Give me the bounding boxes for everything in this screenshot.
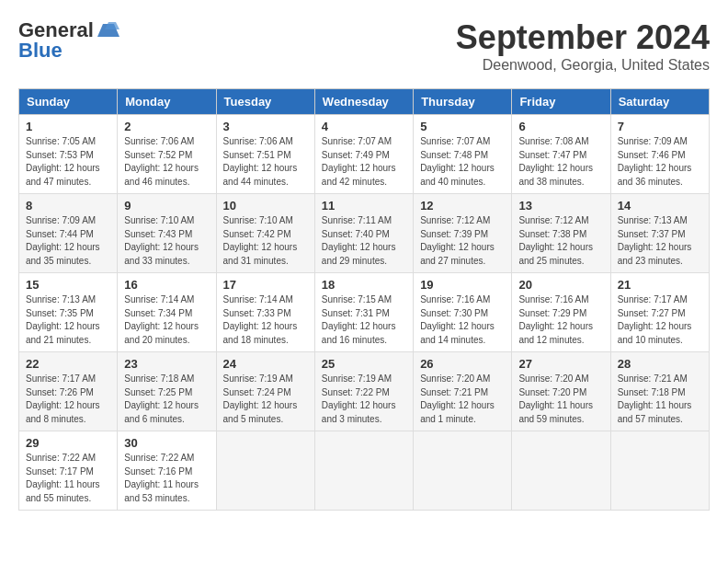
day-number: 17 <box>223 278 308 292</box>
day-info: Sunrise: 7:08 AMSunset: 7:47 PMDaylight:… <box>518 135 603 189</box>
calendar-cell: 22Sunrise: 7:17 AMSunset: 7:26 PMDayligh… <box>19 352 118 431</box>
calendar-cell: 28Sunrise: 7:21 AMSunset: 7:18 PMDayligh… <box>610 352 709 431</box>
header: General Blue September 2024 Deenwood, Ge… <box>18 18 710 74</box>
day-number: 9 <box>124 199 209 213</box>
day-info: Sunrise: 7:14 AMSunset: 7:34 PMDaylight:… <box>124 293 209 347</box>
calendar-cell: 7Sunrise: 7:09 AMSunset: 7:46 PMDaylight… <box>610 115 709 194</box>
day-info: Sunrise: 7:17 AMSunset: 7:27 PMDaylight:… <box>618 293 702 347</box>
day-info: Sunrise: 7:19 AMSunset: 7:22 PMDaylight:… <box>322 373 406 426</box>
day-number: 29 <box>26 436 110 450</box>
col-header-saturday: Saturday <box>610 89 709 115</box>
day-info: Sunrise: 7:12 AMSunset: 7:39 PMDaylight:… <box>420 214 505 268</box>
day-number: 24 <box>223 357 308 371</box>
day-number: 14 <box>618 199 702 213</box>
day-info: Sunrise: 7:07 AMSunset: 7:48 PMDaylight:… <box>420 135 505 189</box>
day-info: Sunrise: 7:09 AMSunset: 7:44 PMDaylight:… <box>26 214 110 268</box>
day-info: Sunrise: 7:19 AMSunset: 7:24 PMDaylight:… <box>223 373 308 426</box>
day-info: Sunrise: 7:18 AMSunset: 7:25 PMDaylight:… <box>124 373 209 426</box>
calendar-cell: 25Sunrise: 7:19 AMSunset: 7:22 PMDayligh… <box>314 352 413 431</box>
day-info: Sunrise: 7:16 AMSunset: 7:29 PMDaylight:… <box>518 293 603 347</box>
col-header-tuesday: Tuesday <box>216 89 314 115</box>
calendar-week-row: 15Sunrise: 7:13 AMSunset: 7:35 PMDayligh… <box>19 273 710 352</box>
calendar-cell <box>216 431 314 511</box>
calendar-cell: 30Sunrise: 7:22 AMSunset: 7:16 PMDayligh… <box>118 431 216 511</box>
day-number: 5 <box>420 120 505 133</box>
day-number: 10 <box>223 199 308 213</box>
day-info: Sunrise: 7:22 AMSunset: 7:16 PMDaylight:… <box>124 452 209 505</box>
day-info: Sunrise: 7:21 AMSunset: 7:18 PMDaylight:… <box>618 373 702 426</box>
day-number: 28 <box>618 357 702 371</box>
calendar-cell <box>512 431 610 511</box>
location-title: Deenwood, Georgia, United States <box>456 57 710 74</box>
logo-icon <box>96 20 121 40</box>
day-info: Sunrise: 7:12 AMSunset: 7:38 PMDaylight:… <box>518 214 603 268</box>
calendar-cell: 19Sunrise: 7:16 AMSunset: 7:30 PMDayligh… <box>414 273 512 352</box>
calendar-cell: 14Sunrise: 7:13 AMSunset: 7:37 PMDayligh… <box>610 194 709 273</box>
day-number: 16 <box>124 278 209 292</box>
col-header-wednesday: Wednesday <box>314 89 413 115</box>
calendar-cell: 15Sunrise: 7:13 AMSunset: 7:35 PMDayligh… <box>19 273 118 352</box>
calendar-cell: 21Sunrise: 7:17 AMSunset: 7:27 PMDayligh… <box>610 273 709 352</box>
day-number: 11 <box>322 199 406 213</box>
day-number: 4 <box>322 120 406 133</box>
calendar-cell: 10Sunrise: 7:10 AMSunset: 7:42 PMDayligh… <box>216 194 314 273</box>
month-title: September 2024 <box>456 18 710 57</box>
day-number: 12 <box>420 199 505 213</box>
logo-blue: Blue <box>18 39 63 63</box>
day-info: Sunrise: 7:10 AMSunset: 7:43 PMDaylight:… <box>124 214 209 268</box>
day-number: 20 <box>518 278 603 292</box>
day-number: 3 <box>223 120 308 133</box>
calendar-cell: 20Sunrise: 7:16 AMSunset: 7:29 PMDayligh… <box>512 273 610 352</box>
day-number: 7 <box>618 120 702 133</box>
day-info: Sunrise: 7:17 AMSunset: 7:26 PMDaylight:… <box>26 373 110 426</box>
day-number: 1 <box>26 120 110 133</box>
day-number: 6 <box>518 120 603 133</box>
day-info: Sunrise: 7:05 AMSunset: 7:53 PMDaylight:… <box>26 135 110 189</box>
calendar-cell: 1Sunrise: 7:05 AMSunset: 7:53 PMDaylight… <box>19 115 118 194</box>
col-header-thursday: Thursday <box>414 89 512 115</box>
calendar-week-row: 8Sunrise: 7:09 AMSunset: 7:44 PMDaylight… <box>19 194 710 273</box>
day-number: 19 <box>420 278 505 292</box>
calendar-cell: 11Sunrise: 7:11 AMSunset: 7:40 PMDayligh… <box>314 194 413 273</box>
day-info: Sunrise: 7:16 AMSunset: 7:30 PMDaylight:… <box>420 293 505 347</box>
day-number: 21 <box>618 278 702 292</box>
day-number: 13 <box>518 199 603 213</box>
day-info: Sunrise: 7:14 AMSunset: 7:33 PMDaylight:… <box>223 293 308 347</box>
day-number: 23 <box>124 357 209 371</box>
day-info: Sunrise: 7:20 AMSunset: 7:21 PMDaylight:… <box>420 373 505 426</box>
day-number: 8 <box>26 199 110 213</box>
calendar-cell: 16Sunrise: 7:14 AMSunset: 7:34 PMDayligh… <box>118 273 216 352</box>
day-info: Sunrise: 7:06 AMSunset: 7:51 PMDaylight:… <box>223 135 308 189</box>
day-number: 26 <box>420 357 505 371</box>
calendar-cell: 13Sunrise: 7:12 AMSunset: 7:38 PMDayligh… <box>512 194 610 273</box>
logo: General Blue <box>18 18 121 63</box>
calendar-cell <box>610 431 709 511</box>
col-header-sunday: Sunday <box>19 89 118 115</box>
day-info: Sunrise: 7:10 AMSunset: 7:42 PMDaylight:… <box>223 214 308 268</box>
day-number: 25 <box>322 357 406 371</box>
calendar-cell: 26Sunrise: 7:20 AMSunset: 7:21 PMDayligh… <box>414 352 512 431</box>
day-number: 27 <box>518 357 603 371</box>
day-number: 18 <box>322 278 406 292</box>
calendar-cell: 27Sunrise: 7:20 AMSunset: 7:20 PMDayligh… <box>512 352 610 431</box>
calendar-cell: 9Sunrise: 7:10 AMSunset: 7:43 PMDaylight… <box>118 194 216 273</box>
calendar-cell: 24Sunrise: 7:19 AMSunset: 7:24 PMDayligh… <box>216 352 314 431</box>
day-info: Sunrise: 7:13 AMSunset: 7:37 PMDaylight:… <box>618 214 702 268</box>
calendar-cell: 12Sunrise: 7:12 AMSunset: 7:39 PMDayligh… <box>414 194 512 273</box>
day-info: Sunrise: 7:22 AMSunset: 7:17 PMDaylight:… <box>26 452 110 505</box>
day-info: Sunrise: 7:09 AMSunset: 7:46 PMDaylight:… <box>618 135 702 189</box>
day-info: Sunrise: 7:13 AMSunset: 7:35 PMDaylight:… <box>26 293 110 347</box>
calendar-cell: 3Sunrise: 7:06 AMSunset: 7:51 PMDaylight… <box>216 115 314 194</box>
calendar-week-row: 29Sunrise: 7:22 AMSunset: 7:17 PMDayligh… <box>19 431 710 511</box>
day-number: 22 <box>26 357 110 371</box>
day-info: Sunrise: 7:15 AMSunset: 7:31 PMDaylight:… <box>322 293 406 347</box>
calendar-cell <box>314 431 413 511</box>
calendar-cell: 6Sunrise: 7:08 AMSunset: 7:47 PMDaylight… <box>512 115 610 194</box>
calendar-cell <box>414 431 512 511</box>
day-info: Sunrise: 7:11 AMSunset: 7:40 PMDaylight:… <box>322 214 406 268</box>
day-info: Sunrise: 7:06 AMSunset: 7:52 PMDaylight:… <box>124 135 209 189</box>
calendar-cell: 29Sunrise: 7:22 AMSunset: 7:17 PMDayligh… <box>19 431 118 511</box>
col-header-monday: Monday <box>118 89 216 115</box>
day-number: 2 <box>124 120 209 133</box>
calendar-cell: 2Sunrise: 7:06 AMSunset: 7:52 PMDaylight… <box>118 115 216 194</box>
